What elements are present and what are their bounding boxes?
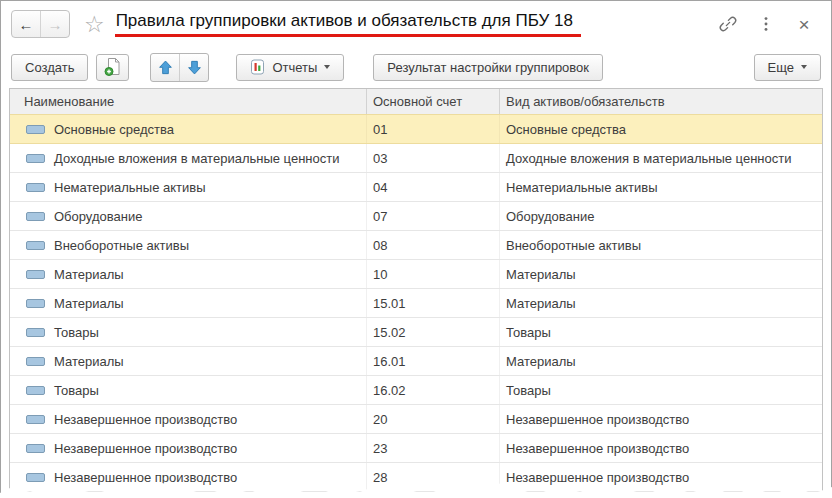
table-row[interactable]: Товары 16.02 Товары <box>10 376 822 405</box>
cell-kind: Незавершенное производство <box>506 441 689 456</box>
list-item-icon <box>26 328 45 337</box>
create-group-button[interactable] <box>96 54 129 81</box>
cell-account: 04 <box>373 180 387 195</box>
cell-name: Незавершенное производство <box>54 412 237 427</box>
cell-name: Доходные вложения в материальные ценност… <box>54 151 339 166</box>
cell-name: Материалы <box>54 296 124 311</box>
table-row[interactable]: Материалы 15.01 Материалы <box>10 289 822 318</box>
more-menu-button[interactable] <box>755 13 777 35</box>
cell-name: Товары <box>54 325 99 340</box>
cell-name: Материалы <box>54 267 124 282</box>
more-actions-label: Еще <box>768 60 794 75</box>
report-chart-icon <box>250 59 266 75</box>
cell-name: Незавершенное производство <box>54 470 237 485</box>
app-window: ← → ☆ Правила группировки активов и обяз… <box>0 0 832 498</box>
dropdown-arrow-icon <box>801 65 807 69</box>
nav-button-group: ← → <box>11 10 70 38</box>
cell-kind: Доходные вложения в материальные ценност… <box>506 151 791 166</box>
link-icon <box>718 14 738 34</box>
cell-name: Материалы <box>54 354 124 369</box>
cell-kind: Внеоборотные активы <box>506 238 641 253</box>
cell-account: 03 <box>373 151 387 166</box>
cell-account: 15.02 <box>373 325 406 340</box>
cell-kind: Оборудование <box>506 209 594 224</box>
favorite-star-icon[interactable]: ☆ <box>84 13 105 36</box>
cell-account: 15.01 <box>373 296 406 311</box>
table-row[interactable]: Основные средства 01 Основные средства <box>10 114 822 144</box>
cell-account: 10 <box>373 267 387 282</box>
cell-kind: Товары <box>506 325 551 340</box>
table-row[interactable]: Внеоборотные активы 08 Внеоборотные акти… <box>10 231 822 260</box>
reports-button[interactable]: Отчеты <box>236 54 344 81</box>
arrow-down-icon <box>186 59 203 76</box>
cell-account: 07 <box>373 209 387 224</box>
cell-kind: Материалы <box>506 296 576 311</box>
table-container: Наименование Основной счет Вид активов/о… <box>1 87 831 497</box>
table-header-row: Наименование Основной счет Вид активов/о… <box>10 88 822 115</box>
cell-kind: Незавершенное производство <box>506 470 689 485</box>
cell-kind: Основные средства <box>506 122 626 137</box>
list-item-icon <box>26 444 45 453</box>
cell-account: 08 <box>373 238 387 253</box>
cell-name: Незавершенное производство <box>54 441 237 456</box>
list-item-icon <box>26 386 45 395</box>
cell-account: 16.02 <box>373 383 406 398</box>
forward-button[interactable]: → <box>41 11 69 37</box>
cell-kind: Материалы <box>506 354 576 369</box>
table-row[interactable]: Нематериальные активы 04 Нематериальные … <box>10 173 822 202</box>
cell-name: Оборудование <box>54 209 142 224</box>
cell-account: 16.01 <box>373 354 406 369</box>
cell-account: 01 <box>373 122 387 137</box>
table-row[interactable]: Незавершенное производство 23 Незавершен… <box>10 434 822 463</box>
list-item-icon <box>26 270 45 279</box>
back-arrow-icon: ← <box>19 16 34 33</box>
get-link-button[interactable] <box>717 13 739 35</box>
rules-table: Наименование Основной счет Вид активов/о… <box>9 88 823 492</box>
list-item-icon <box>26 212 45 221</box>
cell-kind: Незавершенное производство <box>506 412 689 427</box>
page-title: Правила группировки активов и обязательс… <box>115 11 581 37</box>
dropdown-arrow-icon <box>324 65 330 69</box>
table-row[interactable]: Оборудование 07 Оборудование <box>10 202 822 231</box>
column-header-kind[interactable]: Вид активов/обязательств <box>499 89 822 114</box>
column-header-account[interactable]: Основной счет <box>366 89 499 114</box>
cell-name: Основные средства <box>54 122 174 137</box>
reorder-button-group <box>150 53 209 82</box>
move-up-button[interactable] <box>151 54 179 81</box>
forward-arrow-icon: → <box>48 16 63 33</box>
cell-account: 20 <box>373 412 387 427</box>
list-item-icon <box>26 357 45 366</box>
list-item-icon <box>26 415 45 424</box>
reports-label: Отчеты <box>272 60 317 75</box>
cell-name: Внеоборотные активы <box>54 238 189 253</box>
list-item-icon <box>26 154 45 163</box>
list-item-icon <box>26 183 45 192</box>
close-button[interactable]: × <box>793 13 815 35</box>
table-body: Основные средства 01 Основные средства Д… <box>10 114 822 492</box>
table-row[interactable]: Товары 15.02 Товары <box>10 318 822 347</box>
list-item-icon <box>26 473 45 482</box>
list-item-icon <box>26 125 45 134</box>
cell-name: Нематериальные активы <box>54 180 206 195</box>
table-row[interactable]: Доходные вложения в материальные ценност… <box>10 144 822 173</box>
grouping-result-button[interactable]: Результат настройки группировок <box>373 54 603 81</box>
column-header-name[interactable]: Наименование <box>10 94 366 109</box>
list-item-icon <box>26 299 45 308</box>
table-row[interactable]: Материалы 16.01 Материалы <box>10 347 822 376</box>
table-row[interactable]: Незавершенное производство 20 Незавершен… <box>10 405 822 434</box>
list-item-icon <box>26 241 45 250</box>
table-row[interactable]: Материалы 10 Материалы <box>10 260 822 289</box>
title-bar: ← → ☆ Правила группировки активов и обяз… <box>1 1 831 47</box>
cell-kind: Материалы <box>506 267 576 282</box>
arrow-up-icon <box>157 59 174 76</box>
cell-account: 23 <box>373 441 387 456</box>
back-button[interactable]: ← <box>12 11 41 37</box>
close-icon: × <box>798 15 809 34</box>
create-button[interactable]: Создать <box>11 54 88 81</box>
move-down-button[interactable] <box>179 54 208 81</box>
more-actions-button[interactable]: Еще <box>754 54 821 81</box>
new-document-plus-icon <box>103 57 122 77</box>
table-row[interactable]: Незавершенное производство 28 Незавершен… <box>10 463 822 492</box>
cell-kind: Нематериальные активы <box>506 180 658 195</box>
command-bar: Создать <box>1 47 831 87</box>
